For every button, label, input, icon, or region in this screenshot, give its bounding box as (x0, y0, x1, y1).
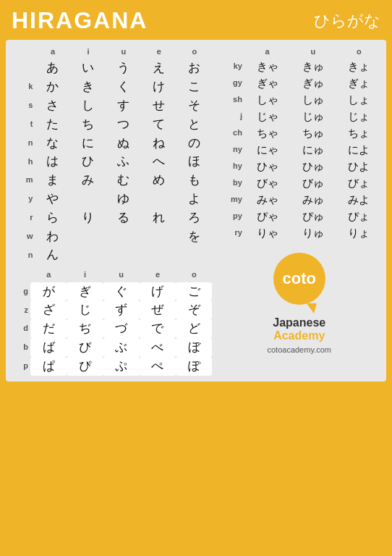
dakuten-row-label: g (10, 282, 30, 301)
dakuten-row-label: p (10, 357, 30, 376)
main-hiragana-table: a i u e o あいうえおkかきくけこsさしすせそtたちつてとnなにぬねのh… (10, 46, 212, 264)
right-kana-cell: ひよ (336, 158, 382, 174)
kana-cell: こ (176, 77, 212, 96)
kana-cell (141, 227, 176, 246)
row-label: h (10, 152, 35, 171)
kana-cell: り (70, 208, 106, 227)
kana-cell: い (70, 59, 106, 77)
right-kana-cell: きゅ (290, 58, 336, 75)
dakuten-header-cell: o (176, 269, 212, 282)
right-kana-cell: ぴゅ (290, 208, 336, 224)
dakuten-kana-cell: べ (140, 338, 176, 357)
dakuten-kana-cell: ぞ (176, 300, 212, 319)
coto-logo-text: coto (282, 269, 315, 288)
right-kana-cell: にゅ (290, 141, 336, 158)
dakuten-kana-cell: ぜ (140, 300, 176, 319)
kana-cell: あ (35, 59, 70, 77)
kana-cell: き (70, 77, 106, 96)
row-label (10, 59, 35, 77)
right-kana-cell: きょ (336, 58, 382, 75)
dakuten-table: aiueogがぎぐげごzざじずぜぞdだぢづでどbばびぶべぼpぱぴぷぺぽ (10, 269, 212, 375)
kana-cell: な (35, 134, 70, 153)
kana-cell: ね (141, 134, 176, 153)
table-row: rらりるれろ (10, 208, 212, 227)
kana-cell: ま (35, 171, 70, 190)
main-table-header: a i u e o (10, 46, 212, 59)
right-table-header: a u o (216, 46, 382, 58)
header-u: u (106, 46, 141, 59)
kana-cell: ろ (176, 208, 212, 227)
right-kana-cell: ひゅ (290, 158, 336, 174)
kana-cell (141, 245, 176, 264)
dakuten-row-label: d (10, 319, 30, 338)
header-i: i (70, 46, 106, 59)
right-row-label: py (216, 208, 244, 224)
kana-cell: さ (35, 96, 70, 115)
dakuten-row-label: b (10, 338, 30, 357)
right-kana-cell: りゃ (244, 224, 290, 241)
header-a: a (35, 46, 70, 59)
right-row-label: gy (216, 75, 244, 91)
right-kana-cell: びょ (336, 174, 382, 191)
logo-section: coto Japanese Academy cotoacademy.com (216, 250, 382, 357)
kana-cell (106, 245, 141, 264)
right-table-row: hyひゃひゅひよ (216, 158, 382, 174)
kana-cell: ほ (176, 152, 212, 171)
right-kana-cell: にゃ (244, 141, 290, 158)
kana-cell: と (176, 115, 212, 134)
row-label: s (10, 96, 35, 115)
right-kana-cell: みゅ (290, 191, 336, 208)
page-title: HIRAGANA (12, 7, 148, 34)
right-table-row: pyぴゃぴゅぴょ (216, 208, 382, 224)
row-label: k (10, 77, 35, 96)
kana-cell: ひ (70, 152, 106, 171)
kana-cell: ん (35, 245, 70, 264)
right-kana-cell: みゃ (244, 191, 290, 208)
kana-cell: ふ (106, 152, 141, 171)
dakuten-kana-cell: ぽ (176, 357, 212, 376)
row-label: n (10, 245, 35, 264)
kana-cell (106, 227, 141, 246)
right-row-label: my (216, 191, 244, 208)
main-table-body: あいうえおkかきくけこsさしすせそtたちつてとnなにぬねのhはひふへほmまみむめ… (10, 59, 212, 264)
dakuten-kana-cell: ぷ (103, 357, 140, 376)
table-row: mまみむめも (10, 171, 212, 190)
right-kana-cell: じゅ (290, 108, 336, 125)
right-header-a: a (244, 46, 290, 58)
row-label: y (10, 190, 35, 208)
kana-cell: つ (106, 115, 141, 134)
right-row-label: ch (216, 125, 244, 141)
kana-cell: む (106, 171, 141, 190)
kana-cell: す (106, 96, 141, 115)
kana-cell: や (35, 190, 70, 208)
right-table-row: chちゃちゅちょ (216, 125, 382, 141)
kana-cell: め (141, 171, 176, 190)
japanese-title: ひらがな (314, 10, 380, 32)
right-header-empty (216, 46, 244, 58)
right-row-label: sh (216, 91, 244, 108)
kana-cell: も (176, 171, 212, 190)
header-o: o (176, 46, 212, 59)
row-label: n (10, 134, 35, 153)
right-header-u: u (290, 46, 336, 58)
kana-cell (176, 245, 212, 264)
dakuten-kana-cell: ず (103, 300, 140, 319)
dakuten-kana-cell: ぺ (140, 357, 176, 376)
dakuten-row-label: z (10, 300, 30, 319)
right-kana-cell: ぎゅ (290, 75, 336, 91)
kana-cell: か (35, 77, 70, 96)
kana-cell: へ (141, 152, 176, 171)
academy-url: cotoacademy.com (267, 345, 331, 354)
kana-cell: て (141, 115, 176, 134)
right-kana-cell: きゃ (244, 58, 290, 75)
dakuten-kana-cell: ざ (30, 300, 67, 319)
right-header-o: o (336, 46, 382, 58)
kana-cell: み (70, 171, 106, 190)
right-kana-cell: ひゃ (244, 158, 290, 174)
kana-cell: そ (176, 96, 212, 115)
table-row: あいうえお (10, 59, 212, 77)
right-row-label: hy (216, 158, 244, 174)
right-kana-cell: ぴょ (336, 208, 382, 224)
table-row: hはひふへほ (10, 152, 212, 171)
dakuten-kana-cell: づ (103, 319, 140, 338)
